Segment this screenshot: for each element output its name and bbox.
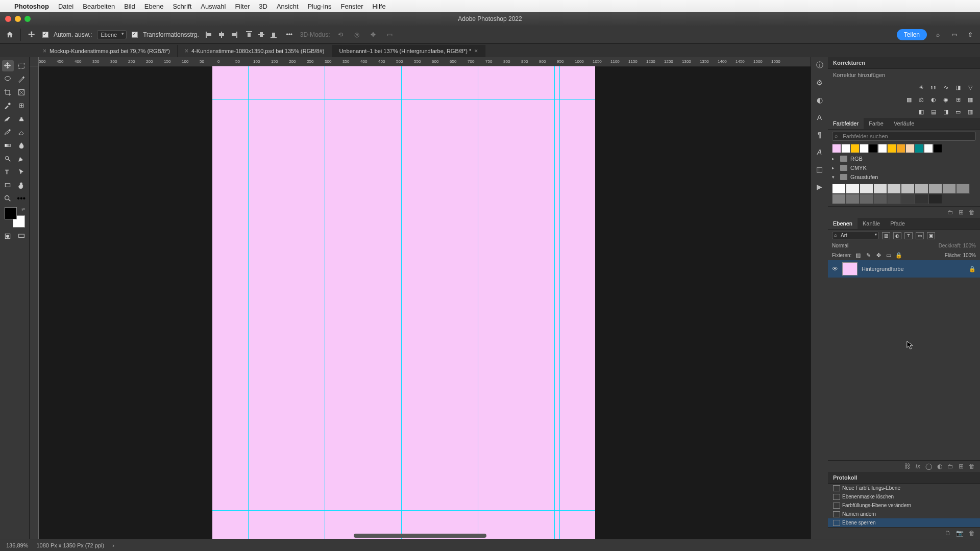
delete-state-icon[interactable]: 🗑 [969,530,975,537]
adjustments-panel-icon[interactable]: ◐ [815,95,825,105]
screenmode-tool[interactable] [16,231,28,242]
ruler-vertical[interactable] [30,66,39,539]
rectangle-tool[interactable] [2,180,14,191]
photo-filter-icon[interactable]: ◉ [941,95,950,104]
quickmask-tool[interactable] [2,231,14,242]
auto-select-target-dropdown[interactable]: Ebene [97,30,127,39]
character-panel-icon[interactable]: A [815,112,825,122]
posterize-icon[interactable]: ▤ [929,108,938,116]
channel-mixer-icon[interactable]: ⊞ [953,95,963,104]
swatch[interactable] [933,144,942,153]
move-tool[interactable] [2,60,14,71]
zoom-tool[interactable] [2,193,14,204]
tab-pfade[interactable]: Pfade [885,218,910,229]
filter-type-icon[interactable]: T [904,232,913,239]
3d-orbit-icon[interactable]: ⟲ [335,29,346,40]
layer-thumbnail[interactable] [842,262,857,276]
lock-artboard-icon[interactable]: ▭ [885,252,892,259]
swatch[interactable] [873,194,887,204]
close-icon[interactable]: × [474,47,478,55]
tab-verlaeufe[interactable]: Verläufe [889,118,919,129]
close-icon[interactable]: × [185,47,188,55]
menu-3d[interactable]: 3D [259,3,267,10]
doc-tab-0[interactable]: ×Mockup-Kundenstimme.psd bei 79,7% (RGB/… [36,45,178,57]
menu-hilfe[interactable]: Hilfe [373,3,386,10]
ruler-horizontal[interactable]: 5004504003503002502001501005005010015020… [39,57,811,66]
align-vcenter-icon[interactable] [256,30,266,40]
blend-mode-dropdown[interactable]: Normal [832,243,848,248]
swatch[interactable] [928,194,942,204]
guide-horizontal[interactable] [212,510,595,511]
type-tool[interactable]: T [2,166,14,178]
align-left-icon[interactable] [204,30,214,40]
swatch[interactable] [846,184,860,194]
swatch[interactable] [832,144,841,153]
invert-icon[interactable]: ◧ [917,108,926,116]
swatch[interactable] [832,184,846,194]
threshold-icon[interactable]: ◨ [941,108,950,116]
hand-tool[interactable] [16,180,28,191]
canvas-area[interactable]: 5004504003503002502001501005005010015020… [30,57,811,539]
swatch-search-input[interactable]: Farbfelder suchen [832,132,976,141]
actions-panel-icon[interactable]: ▶ [815,182,825,192]
edit-toolbar-icon[interactable]: ••• [16,193,28,204]
swatch-folder-new-icon[interactable]: 🗀 [947,209,953,216]
color-swatches[interactable]: ⇄ [5,207,25,228]
menu-ansicht[interactable]: Ansicht [277,3,299,10]
group-icon[interactable]: 🗀 [947,463,953,470]
3d-roll-icon[interactable]: ◎ [351,29,362,40]
tab-kanaele[interactable]: Kanäle [857,218,885,229]
swatch[interactable] [915,194,928,204]
guide-vertical[interactable] [554,66,555,539]
3d-slide-icon[interactable]: ▭ [384,29,395,40]
history-item[interactable]: Neue Farbfüllungs-Ebene [828,484,980,492]
tab-farbe[interactable]: Farbe [864,118,889,129]
swatch[interactable] [915,144,924,153]
align-bottom-icon[interactable] [268,30,279,40]
guide-vertical[interactable] [248,66,249,539]
color-lookup-icon[interactable]: ▦ [966,95,975,104]
swatch[interactable] [915,184,928,194]
workspace-icon[interactable]: ▭ [948,29,960,40]
blur-tool[interactable] [16,140,28,151]
levels-icon[interactable]: ⫾⫾ [929,83,938,91]
swatch-delete-icon[interactable]: 🗑 [969,209,975,216]
eraser-tool[interactable] [16,127,28,138]
visibility-toggle-icon[interactable]: 👁 [832,265,838,272]
swatch-new-icon[interactable]: ⊞ [959,209,964,216]
doc-info[interactable]: 1080 Px x 1350 Px (72 ppi) [36,542,104,548]
filter-pixel-icon[interactable]: ▨ [882,232,890,239]
swatch[interactable] [956,184,970,194]
swatch[interactable] [860,194,873,204]
brightness-icon[interactable]: ☀ [917,83,926,91]
info-panel-icon[interactable]: ⓘ [815,60,825,70]
export-share-icon[interactable]: ⇧ [965,29,976,40]
close-window-button[interactable] [5,16,11,22]
glyphs-panel-icon[interactable]: A [815,147,825,157]
layer-filter-kind-dropdown[interactable]: Art [832,232,879,239]
tab-ebenen[interactable]: Ebenen [828,218,857,229]
layer-row-background[interactable]: 👁 Hintergrundfarbe 🔒 [828,260,980,278]
menu-schrift[interactable]: Schrift [173,3,191,10]
swatch[interactable] [860,144,869,153]
lock-position-icon[interactable]: ✥ [875,252,882,259]
adjustment-layer-icon[interactable]: ◐ [937,463,942,470]
lock-paint-icon[interactable]: ✎ [865,252,872,259]
close-icon[interactable]: × [43,47,46,55]
swatch[interactable] [901,194,915,204]
home-button[interactable] [4,29,15,40]
guide-horizontal[interactable] [212,99,595,100]
dodge-tool[interactable] [2,153,14,164]
menu-bild[interactable]: Bild [124,3,135,10]
history-item[interactable]: Namen ändern [828,510,980,518]
auto-select-checkbox[interactable] [42,32,48,38]
transform-controls-checkbox[interactable] [132,32,138,38]
swatch[interactable] [869,144,878,153]
paragraph-panel-icon[interactable]: ¶ [815,130,825,140]
gradient-tool[interactable] [2,140,14,151]
swatch[interactable] [901,184,915,194]
history-item[interactable]: Ebene sperren [828,518,980,527]
filter-adjust-icon[interactable]: ◐ [893,232,901,239]
align-right-icon[interactable] [229,30,239,40]
opacity-value[interactable]: 100% [963,243,976,248]
